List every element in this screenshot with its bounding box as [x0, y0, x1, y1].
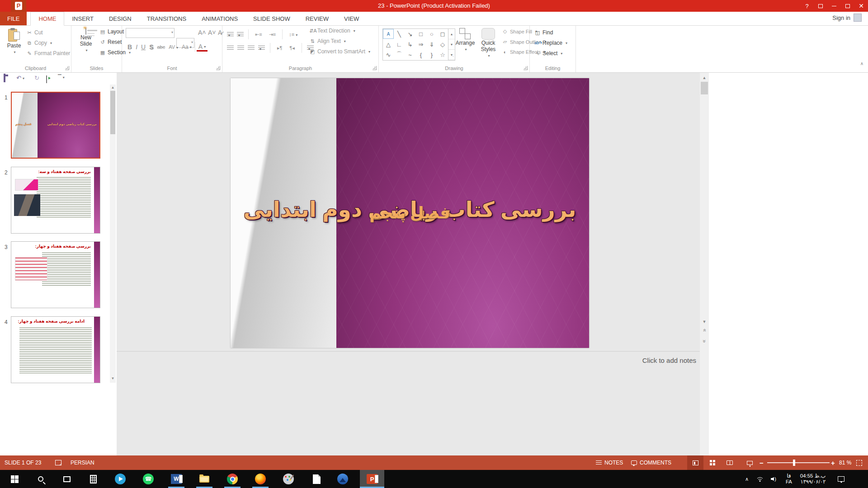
thumbnail-scrollbar[interactable]: ▲ ▼ — [110, 84, 116, 383]
ribbon-display-options-button[interactable] — [814, 0, 827, 12]
notes-splitter[interactable] — [117, 351, 700, 352]
scroll-thumb[interactable] — [701, 82, 708, 94]
zoom-level-button[interactable]: 81 % — [839, 455, 851, 470]
tray-network-button[interactable] — [754, 470, 766, 488]
shape-rectangle[interactable]: □ — [415, 29, 426, 39]
spell-check-button[interactable] — [55, 455, 61, 470]
taskbar-whatsapp[interactable]: ☎ — [137, 470, 159, 488]
tab-insert[interactable]: INSERT — [64, 12, 101, 25]
font-color-button[interactable]: A — [197, 43, 208, 52]
select-button[interactable]: ⇖ Select — [534, 50, 562, 56]
thumb-scroll-up-icon[interactable]: ▲ — [110, 85, 116, 89]
start-button[interactable] — [4, 470, 25, 488]
slide-canvas[interactable]: بررسی کتاب ریاضی دوم ابتدایی فصل پنجم — [231, 78, 589, 348]
shape-line[interactable]: ╲ — [394, 29, 405, 39]
slideshow-view-button[interactable] — [741, 455, 758, 470]
taskbar-paint[interactable] — [278, 470, 299, 488]
arrange-dropdown-arrow-icon[interactable] — [463, 46, 467, 52]
taskbar-chrome[interactable] — [222, 470, 243, 488]
next-slide-button[interactable]: » — [700, 337, 709, 344]
bullets-button[interactable] — [227, 32, 234, 37]
zoom-slider-handle[interactable] — [793, 460, 795, 466]
drawing-dialog-launcher[interactable] — [524, 66, 528, 70]
tab-design[interactable]: DESIGN — [101, 12, 139, 25]
minimize-button[interactable] — [827, 0, 841, 12]
line-spacing-button[interactable]: ↕≡ — [287, 32, 299, 37]
fit-slide-button[interactable] — [856, 455, 862, 470]
save-button[interactable] — [4, 75, 5, 81]
collapse-ribbon-button[interactable]: ∧ — [860, 61, 863, 66]
task-view-button[interactable] — [56, 470, 78, 488]
thumb-scroll-down-icon[interactable]: ▼ — [110, 376, 116, 380]
previous-slide-button[interactable]: » — [700, 327, 709, 334]
shape-down-arrow[interactable]: ⇓ — [426, 39, 437, 49]
paragraph-dialog-launcher[interactable] — [373, 66, 377, 70]
notes-toggle-button[interactable]: NOTES — [596, 455, 623, 470]
normal-view-button[interactable] — [687, 455, 703, 470]
taskbar-search-button[interactable] — [30, 470, 52, 488]
arrange-button[interactable]: Arrange — [454, 28, 476, 52]
tab-slide-show[interactable]: SLIDE SHOW — [245, 12, 298, 25]
new-slide-button[interactable]: ✳ New Slide — [74, 28, 98, 53]
tab-home[interactable]: HOME — [30, 12, 64, 26]
zoom-out-button[interactable]: − — [760, 455, 764, 470]
slide-sorter-view-button[interactable] — [704, 455, 721, 470]
shape-arrow[interactable]: ↘ — [405, 29, 415, 39]
tab-view[interactable]: VIEW — [336, 12, 367, 25]
zoom-slider-track[interactable] — [767, 462, 830, 463]
help-button[interactable]: ? — [800, 0, 814, 12]
redo-button[interactable]: ↻ — [34, 75, 39, 81]
shape-arc[interactable]: ⌒ — [394, 50, 405, 60]
tray-clock[interactable]: 04:55 ب.ظ ۱۳۹۹/۰۶/۰۲ — [797, 470, 829, 488]
sign-in-button[interactable]: Sign in — [832, 14, 862, 22]
main-scrollbar[interactable]: ▲ ▼ » » — [700, 73, 709, 455]
shape-curve[interactable]: ~ — [405, 50, 415, 60]
change-case-button[interactable]: Aa — [180, 44, 193, 50]
paste-button[interactable]: Paste — [4, 28, 24, 55]
shape-triangle[interactable]: △ — [383, 39, 394, 49]
restore-button[interactable] — [841, 0, 854, 12]
bold-button[interactable]: B — [126, 43, 134, 51]
shape-textbox[interactable]: A — [383, 29, 394, 39]
tray-chevron-button[interactable]: ∧ — [741, 470, 752, 488]
taskbar-telegram[interactable] — [109, 470, 131, 488]
language-indicator[interactable]: PERSIAN — [71, 455, 94, 470]
new-slide-dropdown-arrow-icon[interactable] — [84, 47, 87, 53]
thumb-scroll-thumb[interactable] — [110, 91, 115, 134]
strikethrough-button[interactable]: abc — [155, 44, 167, 50]
character-spacing-button[interactable]: AV — [167, 44, 180, 50]
slide-indicator[interactable]: SLIDE 1 OF 23 — [5, 455, 41, 470]
cut-button[interactable]: ✂ Cut — [26, 29, 43, 36]
taskbar-firefox[interactable] — [250, 470, 271, 488]
scroll-up-icon[interactable]: ▲ — [700, 74, 709, 81]
reading-view-button[interactable] — [722, 455, 738, 470]
shape-right-arrow[interactable]: ⇒ — [415, 39, 426, 49]
shape-pentagon[interactable]: ◇ — [437, 39, 448, 49]
comments-toggle-button[interactable]: COMMENTS — [631, 455, 671, 470]
customize-qat-button[interactable]: ▔ — [58, 75, 65, 80]
thumbnail-slide-1[interactable]: بررسی کتاب ریاضی دوم ابتدایی فصل پنجم — [11, 92, 100, 159]
find-button[interactable]: ◫ Find — [534, 29, 553, 36]
shape-right-brace[interactable]: } — [426, 50, 437, 60]
text-direction-button[interactable]: ⇵A Text Direction — [309, 28, 355, 34]
zoom-in-button[interactable]: + — [831, 455, 835, 470]
thumbnail-slide-2[interactable]: بررسی صفحه هفتاد و سه: — [11, 167, 100, 234]
decrease-indent-button[interactable]: ⇤≡ — [253, 32, 264, 38]
justify-button[interactable] — [258, 46, 265, 51]
tray-language-button[interactable]: فا FA — [781, 470, 797, 488]
quick-styles-button[interactable]: Quick Styles — [476, 28, 500, 59]
ltr-direction-button[interactable]: ▸¶ — [275, 45, 284, 51]
start-slideshow-button[interactable] — [46, 76, 47, 83]
align-center-button[interactable] — [237, 46, 244, 51]
taskbar-powerpoint[interactable]: P — [360, 470, 384, 488]
format-painter-button[interactable]: ✎ Format Painter — [26, 50, 70, 56]
rtl-direction-button[interactable]: ¶◂ — [288, 45, 296, 51]
shape-star[interactable]: ☆ — [437, 50, 448, 60]
increase-indent-button[interactable]: ⇥≡ — [267, 32, 278, 38]
tray-volume-button[interactable]: ) — [768, 470, 779, 488]
thumbnail-slide-3[interactable]: بررسی صفحه هفتاد و چهار: — [11, 241, 100, 308]
shape-rounded-rectangle[interactable]: ◻ — [437, 29, 448, 39]
notes-placeholder[interactable]: Click to add notes — [642, 357, 696, 364]
scroll-down-icon[interactable]: ▼ — [700, 318, 709, 325]
action-center-button[interactable] — [832, 470, 850, 488]
